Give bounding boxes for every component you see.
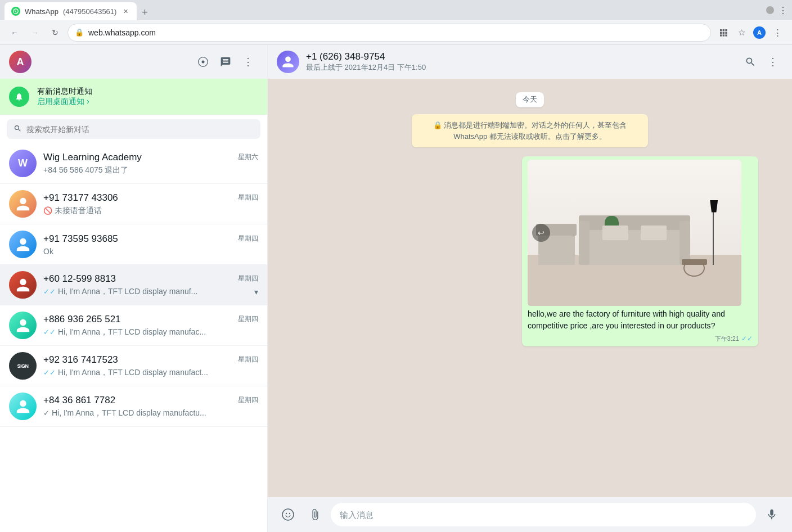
chrome-menu-icon[interactable]: ⋮ — [778, 5, 788, 16]
notification-link[interactable]: 启用桌面通知 › — [37, 97, 92, 107]
double-check-icon-92: ✓✓ — [43, 368, 56, 377]
expand-icon-60[interactable]: ▾ — [254, 287, 258, 296]
emoji-button[interactable] — [277, 503, 299, 526]
search-input[interactable] — [26, 125, 254, 134]
notification-title: 有新消息时通知 — [37, 87, 92, 97]
svg-rect-9 — [725, 34, 727, 36]
chat-name-wig: Wig Learning Academy — [43, 152, 142, 163]
chat-preview-92: Hi, I'm Anna，TFT LCD display manufact... — [58, 368, 258, 378]
search-icon — [14, 124, 22, 134]
double-check-icon-60: ✓✓ — [43, 287, 56, 296]
chat-name-92: +92 316 7417523 — [43, 354, 118, 366]
chat-name-886: +886 936 265 521 — [43, 314, 121, 325]
chat-preview-886: Hi, I'm Anna，TFT LCD display manufac... — [58, 327, 258, 337]
missed-call-icon: 🚫 — [43, 206, 52, 215]
date-divider: 今天 — [302, 92, 758, 107]
chat-content-91-1: +91 73177 43306 星期四 🚫 未接语音通话 — [43, 192, 258, 216]
chat-time-91-2: 星期四 — [238, 234, 258, 244]
profile-button[interactable]: A — [752, 25, 767, 40]
svg-rect-4 — [720, 31, 722, 33]
double-check-icon-84: ✓ — [43, 409, 50, 417]
contact-info[interactable]: +1 (626) 348-9754 最后上线于 2021年12月4日 下午1:5… — [306, 51, 734, 73]
window-control-min[interactable] — [766, 6, 774, 14]
contact-name: +1 (626) 348-9754 — [306, 51, 734, 62]
back-button[interactable]: ← — [7, 25, 22, 40]
svg-point-11 — [202, 61, 205, 64]
contact-status: 最后上线于 2021年12月4日 下午1:50 — [306, 62, 734, 73]
notification-banner: 有新消息时通知 启用桌面通知 › — [0, 79, 267, 115]
chat-content-886: +886 936 265 521 星期四 ✓✓ Hi, I'm Anna，TFT… — [43, 314, 258, 337]
chat-time-92: 星期四 — [238, 355, 258, 364]
svg-rect-1 — [720, 29, 722, 31]
search-messages-button[interactable] — [740, 52, 760, 72]
active-tab[interactable]: WhatsApp (447950643561) ✕ — [4, 2, 137, 20]
message-bubble: ↩ hello,we are the factory of furniture … — [522, 156, 758, 346]
address-bar[interactable]: 🔒 web.whatsapp.com — [68, 24, 711, 42]
chat-item-wig[interactable]: W Wig Learning Academy 星期六 +84 56 586 40… — [0, 143, 267, 184]
browser-titlebar: WhatsApp (447950643561) ✕ + ⋮ — [0, 0, 792, 20]
menu-icon-btn[interactable]: ⋮ — [238, 52, 258, 72]
forward-message-button[interactable]: ↩ — [532, 224, 550, 242]
svg-point-12 — [282, 509, 294, 520]
chat-content-91-2: +91 73595 93685 星期四 Ok — [43, 233, 258, 256]
header-actions: ⋮ — [193, 52, 258, 72]
reload-button[interactable]: ↻ — [47, 25, 63, 40]
chrome-apps-button[interactable] — [716, 25, 731, 40]
chat-item-84[interactable]: +84 36 861 7782 星期四 ✓ Hi, I'm Anna，TFT L… — [0, 386, 267, 427]
browser-frame: WhatsApp (447950643561) ✕ + ⋮ ← → ↻ 🔒 we… — [0, 0, 792, 532]
chat-time-60: 星期四 — [238, 274, 258, 283]
message-input[interactable] — [331, 503, 756, 526]
new-chat-icon-btn[interactable] — [215, 52, 236, 72]
chat-preview-91-1: 未接语音通话 — [55, 206, 258, 216]
chrome-more-button[interactable]: ⋮ — [770, 25, 785, 40]
chat-item-60[interactable]: +60 12-599 8813 星期四 ✓✓ Hi, I'm Anna，TFT … — [0, 265, 267, 305]
chat-item-92[interactable]: SIGN +92 316 7417523 星期四 ✓✓ Hi, I'm Anna… — [0, 346, 267, 386]
left-header: A ⋮ — [0, 45, 267, 79]
more-options-button[interactable]: ⋮ — [763, 52, 783, 72]
left-panel: A ⋮ 有新消息时通知 启 — [0, 45, 268, 532]
tab-close-button[interactable]: ✕ — [121, 7, 130, 16]
tab-favicon — [11, 7, 20, 16]
svg-rect-8 — [723, 34, 724, 36]
chat-time-91-1: 星期四 — [238, 193, 258, 202]
furniture-image — [528, 160, 741, 306]
search-bar — [0, 115, 267, 143]
status-icon-btn[interactable] — [193, 52, 213, 72]
user-avatar[interactable]: A — [9, 51, 32, 73]
message-text: hello,we are the factory of furniture wi… — [528, 308, 753, 332]
search-input-wrap — [7, 119, 260, 139]
message-image[interactable]: ↩ — [528, 160, 741, 306]
chat-name-60: +60 12-599 8813 — [43, 273, 116, 285]
chat-item-886[interactable]: +886 936 265 521 星期四 ✓✓ Hi, I'm Anna，TFT… — [0, 305, 267, 346]
e2e-notice[interactable]: 🔒 消息都是进行端到端加密。对话之外的任何人，甚至包含 WhatsApp 都无法… — [412, 114, 648, 147]
chat-avatar-886 — [9, 312, 37, 339]
message-meta: 下午3:21 ✓✓ — [528, 335, 753, 343]
svg-point-13 — [286, 513, 287, 514]
chat-avatar-wig: W — [9, 150, 37, 177]
chat-avatar-91-2 — [9, 231, 37, 258]
message-wrapper: ↩ hello,we are the factory of furniture … — [302, 156, 758, 346]
double-check-icon-886: ✓✓ — [43, 328, 56, 336]
svg-point-14 — [289, 513, 290, 514]
chat-item-91-1[interactable]: +91 73177 43306 星期四 🚫 未接语音通话 — [0, 184, 267, 224]
chat-item-91-2[interactable]: +91 73595 93685 星期四 Ok — [0, 224, 267, 265]
chat-avatar-60 — [9, 271, 37, 299]
read-receipt-icon: ✓✓ — [741, 335, 753, 342]
chat-content-wig: Wig Learning Academy 星期六 +84 56 586 4075… — [43, 152, 258, 175]
new-tab-button[interactable]: + — [137, 4, 152, 20]
chat-content-92: +92 316 7417523 星期四 ✓✓ Hi, I'm Anna，TFT … — [43, 354, 258, 378]
voice-message-button[interactable] — [760, 503, 783, 526]
toolbar-actions: ☆ A ⋮ — [716, 25, 785, 40]
forward-button[interactable]: → — [27, 25, 43, 40]
bookmark-button[interactable]: ☆ — [734, 25, 749, 40]
chat-header-actions: ⋮ — [740, 52, 783, 72]
chat-area[interactable]: 今天 🔒 消息都是进行端到端加密。对话之外的任何人，甚至包含 WhatsApp … — [268, 79, 792, 497]
svg-rect-6 — [725, 31, 727, 33]
chat-name-84: +84 36 861 7782 — [43, 395, 115, 406]
chat-time-wig: 星期六 — [238, 152, 258, 162]
attachment-button[interactable] — [304, 503, 326, 526]
date-badge: 今天 — [516, 92, 544, 107]
chat-preview-91-2: Ok — [43, 247, 258, 256]
notification-text-area: 有新消息时通知 启用桌面通知 › — [37, 87, 92, 107]
contact-avatar[interactable] — [277, 51, 299, 73]
